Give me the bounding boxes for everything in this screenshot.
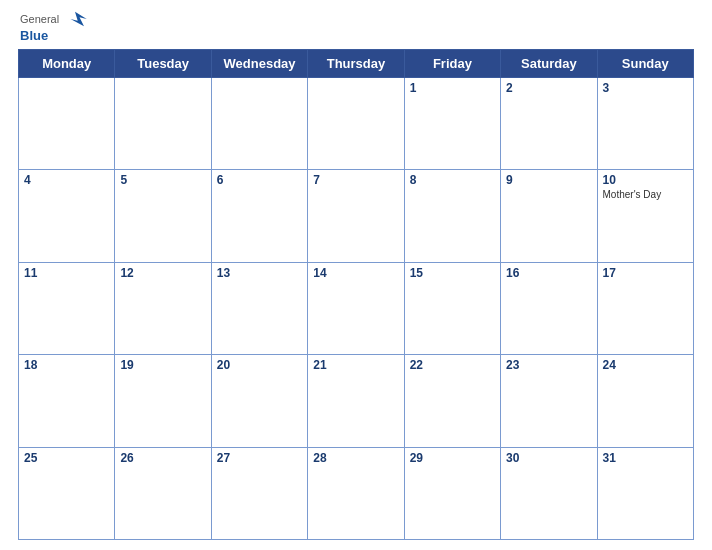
event-label: Mother's Day xyxy=(603,189,688,200)
day-number: 26 xyxy=(120,451,205,465)
weekday-header-monday: Monday xyxy=(19,50,115,78)
weekday-header-friday: Friday xyxy=(404,50,500,78)
day-number: 19 xyxy=(120,358,205,372)
week-row-3: 11121314151617 xyxy=(19,262,694,354)
week-row-2: 45678910Mother's Day xyxy=(19,170,694,262)
weekday-header-sunday: Sunday xyxy=(597,50,693,78)
calendar-cell: 6 xyxy=(211,170,307,262)
calendar-cell: 9 xyxy=(501,170,597,262)
day-number: 6 xyxy=(217,173,302,187)
calendar-cell xyxy=(115,78,211,170)
calendar-cell: 24 xyxy=(597,355,693,447)
calendar-cell: 22 xyxy=(404,355,500,447)
calendar-cell: 29 xyxy=(404,447,500,539)
day-number: 11 xyxy=(24,266,109,280)
calendar-cell: 21 xyxy=(308,355,404,447)
week-row-1: 123 xyxy=(19,78,694,170)
calendar-cell: 31 xyxy=(597,447,693,539)
calendar-cell: 13 xyxy=(211,262,307,354)
weekday-header-row: MondayTuesdayWednesdayThursdayFridaySatu… xyxy=(19,50,694,78)
day-number: 14 xyxy=(313,266,398,280)
week-row-5: 25262728293031 xyxy=(19,447,694,539)
day-number: 8 xyxy=(410,173,495,187)
calendar-cell: 8 xyxy=(404,170,500,262)
day-number: 2 xyxy=(506,81,591,95)
weekday-header-saturday: Saturday xyxy=(501,50,597,78)
day-number: 22 xyxy=(410,358,495,372)
calendar-cell: 10Mother's Day xyxy=(597,170,693,262)
day-number: 3 xyxy=(603,81,688,95)
calendar-cell: 30 xyxy=(501,447,597,539)
calendar-cell: 11 xyxy=(19,262,115,354)
svg-marker-0 xyxy=(71,12,87,26)
weekday-header-tuesday: Tuesday xyxy=(115,50,211,78)
weekday-header-thursday: Thursday xyxy=(308,50,404,78)
weekday-header-wednesday: Wednesday xyxy=(211,50,307,78)
week-row-4: 18192021222324 xyxy=(19,355,694,447)
calendar-cell: 5 xyxy=(115,170,211,262)
day-number: 31 xyxy=(603,451,688,465)
calendar-cell: 14 xyxy=(308,262,404,354)
day-number: 28 xyxy=(313,451,398,465)
day-number: 21 xyxy=(313,358,398,372)
calendar-cell: 15 xyxy=(404,262,500,354)
logo-general: General xyxy=(20,13,59,25)
calendar-cell: 4 xyxy=(19,170,115,262)
calendar-cell: 27 xyxy=(211,447,307,539)
day-number: 4 xyxy=(24,173,109,187)
calendar-cell: 2 xyxy=(501,78,597,170)
day-number: 10 xyxy=(603,173,688,187)
day-number: 24 xyxy=(603,358,688,372)
calendar-cell: 18 xyxy=(19,355,115,447)
calendar-cell: 16 xyxy=(501,262,597,354)
calendar-header: General Blue xyxy=(18,10,694,43)
calendar-cell: 20 xyxy=(211,355,307,447)
calendar-cell: 23 xyxy=(501,355,597,447)
logo: General Blue xyxy=(20,10,89,43)
calendar-cell: 3 xyxy=(597,78,693,170)
day-number: 9 xyxy=(506,173,591,187)
day-number: 30 xyxy=(506,451,591,465)
calendar-cell xyxy=(308,78,404,170)
calendar-cell: 25 xyxy=(19,447,115,539)
calendar-cell: 1 xyxy=(404,78,500,170)
day-number: 18 xyxy=(24,358,109,372)
day-number: 29 xyxy=(410,451,495,465)
day-number: 25 xyxy=(24,451,109,465)
logo-blue: Blue xyxy=(20,28,48,43)
day-number: 1 xyxy=(410,81,495,95)
calendar-cell: 7 xyxy=(308,170,404,262)
calendar-table: MondayTuesdayWednesdayThursdayFridaySatu… xyxy=(18,49,694,540)
logo-bird-icon xyxy=(61,10,89,28)
day-number: 27 xyxy=(217,451,302,465)
calendar-cell: 17 xyxy=(597,262,693,354)
calendar-cell: 28 xyxy=(308,447,404,539)
day-number: 7 xyxy=(313,173,398,187)
day-number: 23 xyxy=(506,358,591,372)
calendar-cell xyxy=(19,78,115,170)
calendar-cell xyxy=(211,78,307,170)
calendar-cell: 12 xyxy=(115,262,211,354)
day-number: 12 xyxy=(120,266,205,280)
day-number: 5 xyxy=(120,173,205,187)
day-number: 20 xyxy=(217,358,302,372)
calendar-cell: 19 xyxy=(115,355,211,447)
day-number: 16 xyxy=(506,266,591,280)
day-number: 15 xyxy=(410,266,495,280)
calendar-cell: 26 xyxy=(115,447,211,539)
day-number: 17 xyxy=(603,266,688,280)
day-number: 13 xyxy=(217,266,302,280)
